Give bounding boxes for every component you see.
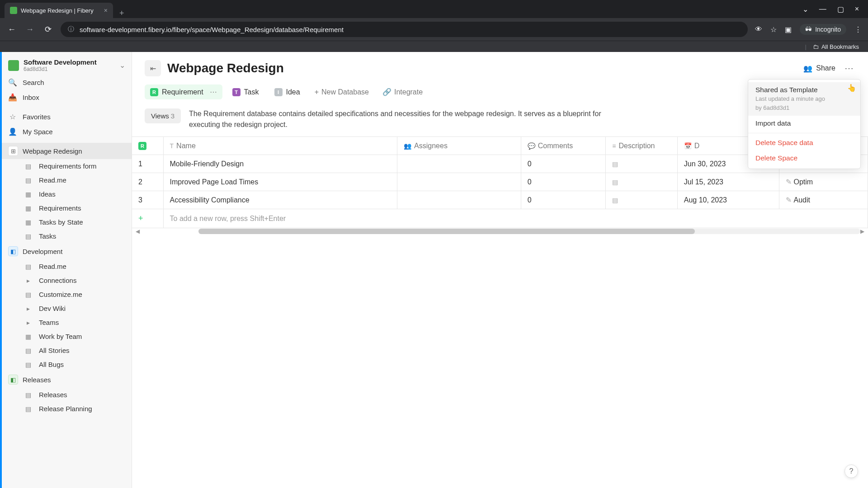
tab-bar: Webpage Redesign | Fibery × + ⌄ — ▢ × xyxy=(0,0,868,18)
menu-delete-space-data[interactable]: Delete Space data xyxy=(748,135,860,150)
sidebar-section-development[interactable]: ◧ Development xyxy=(2,243,132,259)
site-info-icon[interactable]: ⓘ xyxy=(68,25,74,33)
eye-off-icon[interactable]: 👁 xyxy=(755,25,762,33)
reload-button[interactable]: ⟳ xyxy=(42,24,53,34)
maximize-icon[interactable]: ▢ xyxy=(837,5,844,14)
browser-tab[interactable]: Webpage Redesign | Fibery × xyxy=(5,3,113,18)
header-label: Name xyxy=(176,142,196,150)
menu-import-data[interactable]: Import data xyxy=(748,116,860,131)
sidebar-search[interactable]: 🔍 Search xyxy=(2,75,132,90)
new-database-button[interactable]: + New Database xyxy=(310,85,373,99)
column-header-name[interactable]: TName xyxy=(163,137,397,155)
new-tab-button[interactable]: + xyxy=(113,9,131,18)
tab-task[interactable]: T Task xyxy=(227,85,264,99)
header-actions: 👥 Share ⋯ xyxy=(803,61,855,75)
table-row[interactable]: 3Accessibility Compliance0▤Aug 10, 2023✎… xyxy=(132,191,868,209)
sidebar-section-webpage-redesign[interactable]: ⊞ Webpage Redesign xyxy=(2,143,132,159)
sidebar-item-teams[interactable]: ▸Teams xyxy=(2,315,132,329)
horizontal-scrollbar[interactable]: ◀ ▶ xyxy=(132,228,868,235)
collapse-sidebar-button[interactable]: ⇤ xyxy=(145,60,161,76)
views-button[interactable]: Views 3 xyxy=(145,108,181,123)
column-header-assignees[interactable]: 👥Assignees xyxy=(397,137,521,155)
tab-requirement[interactable]: R Requirement ⋯ xyxy=(145,84,222,99)
tab-menu-icon[interactable]: ⋯ xyxy=(207,88,217,96)
cell-task[interactable]: ✎Audit xyxy=(779,191,868,209)
help-button[interactable]: ? xyxy=(844,465,858,478)
pencil-icon: ✎ xyxy=(786,196,792,204)
sidepanel-icon[interactable]: ▣ xyxy=(785,25,792,34)
incognito-label: Incognito xyxy=(815,26,841,33)
cell-assignees[interactable] xyxy=(397,155,521,173)
sidebar-item-ideas[interactable]: ▦Ideas xyxy=(2,187,132,201)
bookmark-star-icon[interactable]: ☆ xyxy=(770,25,777,34)
all-bookmarks-button[interactable]: 🗀 All Bookmarks xyxy=(813,43,859,50)
cell-comments[interactable]: 0 xyxy=(521,155,606,173)
sidebar-item-tasks[interactable]: ▤Tasks xyxy=(2,229,132,243)
scroll-thumb[interactable] xyxy=(198,229,695,234)
menu-item-sub1: Last updated a minute ago xyxy=(755,95,853,103)
sidebar-item-requirements[interactable]: ▦Requirements xyxy=(2,201,132,215)
sidebar-favorites[interactable]: ☆ Favorites xyxy=(2,109,132,124)
more-menu-button[interactable]: ⋯ xyxy=(843,61,855,75)
sidebar-item-all-bugs[interactable]: ▤All Bugs xyxy=(2,357,132,371)
sidebar-item-tasks-by-state[interactable]: ▦Tasks by State xyxy=(2,215,132,229)
database-description: The Requirement database contains detail… xyxy=(189,108,623,130)
sidebar-item-release-planning[interactable]: ▤Release Planning xyxy=(2,402,132,416)
forward-button[interactable]: → xyxy=(24,25,35,34)
back-button[interactable]: ← xyxy=(6,25,17,34)
comment-icon: 💬 xyxy=(528,142,535,150)
tab-label: Requirement xyxy=(162,88,203,96)
browser-menu-icon[interactable]: ⋮ xyxy=(854,25,862,34)
cell-comments[interactable]: 0 xyxy=(521,191,606,209)
sidebar-item-work-by-team[interactable]: ▦Work by Team xyxy=(2,329,132,343)
header-label: Assignees xyxy=(414,142,448,150)
sidebar-item-customize[interactable]: ▤Customize.me xyxy=(2,287,132,301)
column-header-description[interactable]: ≡Description xyxy=(606,137,678,155)
cell-name[interactable]: Mobile-Friendly Design xyxy=(163,155,397,173)
cell-task[interactable]: ✎Optim xyxy=(779,173,868,191)
sidebar-inbox[interactable]: 📥 Inbox xyxy=(2,90,132,105)
cell-description[interactable]: ▤ xyxy=(606,191,678,209)
tab-idea[interactable]: I Idea xyxy=(269,85,306,99)
cell-assignees[interactable] xyxy=(397,173,521,191)
sidebar-item-connections[interactable]: ▸Connections xyxy=(2,273,132,287)
cell-date[interactable]: Jul 15, 2023 xyxy=(677,173,779,191)
menu-shared-template[interactable]: Shared as Template Last updated a minute… xyxy=(748,82,860,116)
sidebar-item-label: All Bugs xyxy=(39,361,64,368)
incognito-badge[interactable]: 🕶 Incognito xyxy=(800,24,846,35)
menu-delete-space[interactable]: Delete Space xyxy=(748,150,860,166)
integrate-button[interactable]: 🔗 Integrate xyxy=(378,84,427,99)
new-row-plus[interactable]: + xyxy=(132,209,163,228)
workspace-switcher[interactable]: Software Development 6ad8d3d1 ⌄ xyxy=(2,56,132,75)
new-row[interactable]: +To add a new row, press Shift+Enter xyxy=(132,209,868,228)
form-icon: ▤ xyxy=(24,163,33,170)
share-button[interactable]: 👥 Share xyxy=(803,64,835,73)
header-label: Description xyxy=(618,142,655,150)
cell-description[interactable]: ▤ xyxy=(606,173,678,191)
column-header-comments[interactable]: 💬Comments xyxy=(521,137,606,155)
cell-name[interactable]: Improved Page Load Times xyxy=(163,173,397,191)
column-header-badge[interactable]: R xyxy=(132,137,163,155)
cell-date[interactable]: Aug 10, 2023 xyxy=(677,191,779,209)
sidebar-item-requirements-form[interactable]: ▤Requirements form xyxy=(2,159,132,173)
cell-description[interactable]: ▤ xyxy=(606,155,678,173)
sidebar-item-readme[interactable]: ▤Read.me xyxy=(2,173,132,187)
cell-name[interactable]: Accessibility Compliance xyxy=(163,191,397,209)
sidebar-section-releases[interactable]: ◧ Releases xyxy=(2,371,132,388)
close-window-icon[interactable]: × xyxy=(855,5,859,13)
minimize-icon[interactable]: — xyxy=(819,5,826,13)
sidebar-item-all-stories[interactable]: ▤All Stories xyxy=(2,343,132,357)
chevron-down-icon[interactable]: ⌄ xyxy=(802,5,808,14)
sidebar-item-dev-readme[interactable]: ▤Read.me xyxy=(2,259,132,273)
cell-assignees[interactable] xyxy=(397,191,521,209)
sidebar-item-dev-wiki[interactable]: ▸Dev Wiki xyxy=(2,301,132,315)
url-input[interactable]: ⓘ software-development.fibery.io/fibery/… xyxy=(61,22,748,37)
tab-close-icon[interactable]: × xyxy=(104,7,108,14)
sidebar-item-releases[interactable]: ▤Releases xyxy=(2,388,132,402)
scroll-track[interactable] xyxy=(198,229,860,234)
cell-comments[interactable]: 0 xyxy=(521,173,606,191)
sidebar-my-space[interactable]: 👤 My Space xyxy=(2,124,132,139)
table-row[interactable]: 2Improved Page Load Times0▤Jul 15, 2023✎… xyxy=(132,173,868,191)
sidebar-item-label: Ideas xyxy=(39,190,56,198)
menu-item-label: Shared as Template xyxy=(755,86,853,94)
